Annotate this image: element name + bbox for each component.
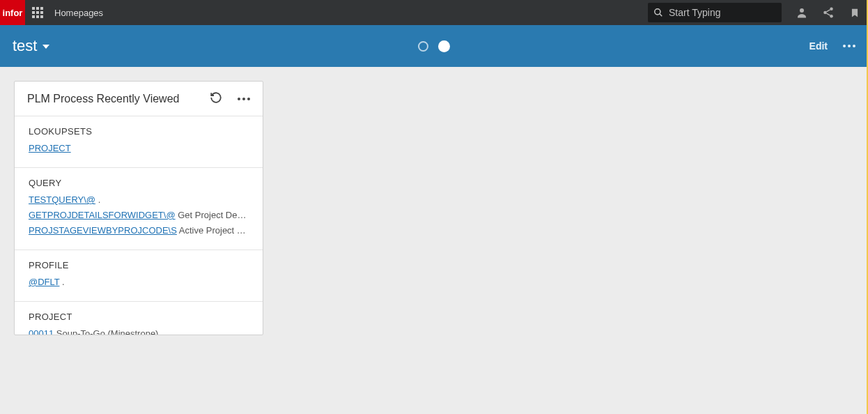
widget-header: PLM Process Recently Viewed bbox=[15, 82, 263, 116]
edit-button[interactable]: Edit bbox=[809, 40, 828, 52]
share-icon[interactable] bbox=[815, 0, 842, 25]
widget-recently-viewed: PLM Process Recently Viewed LOOKUPSETSPR… bbox=[14, 81, 263, 335]
item-link[interactable]: PROJSTAGEVIEWBYPROJCODE\S bbox=[29, 225, 177, 236]
page-dot-1[interactable] bbox=[418, 41, 428, 52]
page-header-bar: test Edit bbox=[0, 25, 868, 67]
page-more-icon[interactable] bbox=[843, 45, 855, 47]
chevron-down-icon bbox=[42, 45, 49, 49]
page-dot-2[interactable] bbox=[438, 40, 450, 52]
item-description: Soup-To-Go (Minestrone) bbox=[54, 328, 158, 335]
list-item: TESTQUERY\@ . bbox=[29, 192, 249, 208]
list-item: @DFLT . bbox=[29, 275, 249, 290]
section-heading: PROFILE bbox=[29, 260, 249, 270]
search-icon bbox=[653, 7, 663, 18]
svg-point-3 bbox=[830, 8, 833, 11]
list-item: GETPROJDETAILSFORWIDGET\@ Get Project De… bbox=[29, 208, 249, 223]
page-title: test bbox=[13, 37, 37, 55]
top-title: Homepages bbox=[54, 8, 103, 18]
item-description: . bbox=[95, 194, 100, 205]
section-heading: LOOKUPSETS bbox=[29, 126, 249, 137]
bookmark-icon[interactable] bbox=[842, 0, 868, 25]
list-item: 00011 Soup-To-Go (Minestrone) bbox=[29, 326, 249, 335]
item-link[interactable]: @DFLT bbox=[29, 277, 60, 287]
widget-section: QUERYTESTQUERY\@ .GETPROJDETAILSFORWIDGE… bbox=[15, 168, 263, 250]
widget-section: LOOKUPSETSPROJECT bbox=[15, 116, 263, 168]
search-box[interactable] bbox=[648, 3, 782, 22]
item-description: . bbox=[60, 277, 65, 287]
list-item: PROJSTAGEVIEWBYPROJCODE\S Active Project… bbox=[29, 223, 249, 238]
section-heading: QUERY bbox=[29, 178, 249, 188]
refresh-icon[interactable] bbox=[210, 91, 222, 107]
page-indicator bbox=[418, 40, 450, 52]
widget-title: PLM Process Recently Viewed bbox=[27, 93, 210, 105]
list-item: PROJECT bbox=[29, 141, 249, 156]
item-link[interactable]: TESTQUERY\@ bbox=[29, 194, 95, 205]
item-link[interactable]: GETPROJDETAILSFORWIDGET\@ bbox=[29, 210, 176, 220]
item-description: Active Project … bbox=[177, 225, 246, 236]
widget-body[interactable]: LOOKUPSETSPROJECTQUERYTESTQUERY\@ .GETPR… bbox=[15, 116, 263, 335]
widget-section: PROJECT00011 Soup-To-Go (Minestrone) bbox=[15, 302, 263, 335]
infor-logo[interactable]: infor bbox=[0, 0, 25, 25]
content-area: PLM Process Recently Viewed LOOKUPSETSPR… bbox=[0, 67, 868, 414]
widget-section: PROFILE@DFLT . bbox=[15, 250, 263, 302]
page-title-dropdown[interactable]: test bbox=[13, 37, 49, 55]
item-link[interactable]: PROJECT bbox=[29, 143, 71, 153]
top-bar: infor Homepages bbox=[0, 0, 868, 25]
item-description: Get Project De… bbox=[176, 210, 247, 220]
item-link[interactable]: 00011 bbox=[29, 328, 54, 335]
apps-launcher-icon[interactable] bbox=[25, 0, 50, 25]
svg-point-5 bbox=[830, 15, 833, 18]
widget-more-icon[interactable] bbox=[238, 98, 250, 100]
user-icon[interactable] bbox=[789, 0, 815, 25]
svg-point-4 bbox=[823, 11, 827, 15]
svg-point-0 bbox=[655, 9, 660, 15]
section-heading: PROJECT bbox=[29, 312, 249, 322]
svg-point-2 bbox=[800, 8, 804, 13]
search-input[interactable] bbox=[669, 7, 776, 18]
svg-line-1 bbox=[660, 14, 662, 16]
